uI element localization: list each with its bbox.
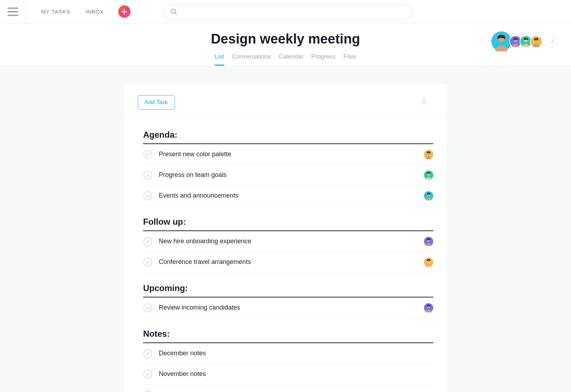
task-title: December notes [159, 350, 433, 357]
task-title: Present new color palette [159, 151, 424, 158]
section-title[interactable]: Follow up: [143, 206, 433, 231]
task-assignee-avatar[interactable] [424, 258, 433, 267]
task-assignee-avatar[interactable] [424, 303, 433, 312]
section: Follow up: New hire onboarding experienc… [123, 206, 448, 273]
task-assignee-avatar[interactable] [424, 191, 433, 200]
tab-files[interactable]: Files [343, 53, 356, 65]
person-icon [420, 98, 428, 106]
task-complete-button[interactable] [143, 258, 152, 267]
task-row[interactable]: October notes [143, 385, 433, 392]
project-title: Design weekly meeting [0, 24, 571, 47]
task-row[interactable]: Review incoming candidates [143, 297, 433, 318]
task-row[interactable]: December notes [143, 343, 433, 364]
task-title: Conference travel arrangements [159, 258, 424, 266]
task-title: Events and announcements [159, 192, 424, 199]
project-tabs: ListConversationsCalendarProgressFiles [0, 53, 571, 65]
check-circle-icon [143, 303, 152, 312]
task-row[interactable]: Present new color palette [143, 144, 433, 165]
task-title: New hire onboarding experience [159, 238, 424, 245]
task-row[interactable]: Conference travel arrangements [143, 252, 433, 273]
members-list [491, 31, 559, 51]
task-complete-button[interactable] [143, 303, 152, 312]
task-assignee-avatar[interactable] [424, 170, 433, 180]
task-assignee-avatar[interactable] [424, 237, 433, 246]
member-avatar[interactable] [491, 31, 511, 51]
svg-point-10 [423, 99, 425, 102]
assignee-filter-button[interactable] [420, 98, 428, 107]
tab-conversations[interactable]: Conversations [232, 53, 271, 65]
task-complete-button[interactable] [143, 349, 152, 358]
nav-inbox[interactable]: INBOX [85, 9, 104, 15]
plus-icon [550, 39, 555, 44]
tab-list[interactable]: List [215, 53, 224, 65]
search-input[interactable] [163, 4, 413, 19]
menu-button-wrap [0, 0, 26, 23]
panel-header: Add Task [123, 83, 448, 119]
svg-point-26 [144, 304, 152, 312]
section-title[interactable]: Agenda: [143, 119, 433, 144]
topbar: MY TASKS INBOX [0, 0, 571, 24]
svg-point-31 [144, 391, 152, 392]
check-circle-icon [143, 237, 152, 246]
svg-point-20 [144, 237, 152, 245]
task-row[interactable]: New hire onboarding experience [143, 231, 433, 252]
task-complete-button[interactable] [143, 150, 152, 159]
task-complete-button[interactable] [143, 170, 152, 180]
svg-point-29 [144, 349, 152, 357]
task-complete-button[interactable] [143, 390, 152, 392]
search-icon [170, 8, 177, 15]
section: Upcoming: Review incoming candidates [123, 273, 448, 318]
check-circle-icon [143, 170, 152, 180]
search-wrap [163, 4, 413, 19]
task-title: Progress on team goals [159, 171, 424, 179]
svg-line-1 [175, 13, 177, 15]
task-row[interactable]: Events and announcements [143, 185, 433, 206]
task-complete-button[interactable] [143, 237, 152, 246]
task-row[interactable]: Progress on team goals [143, 165, 433, 185]
section: Agenda: Present new color palette Progre… [123, 119, 448, 206]
tab-calendar[interactable]: Calendar [279, 53, 303, 65]
check-circle-icon [143, 390, 152, 392]
svg-point-0 [171, 9, 175, 13]
section-title[interactable]: Upcoming: [143, 273, 433, 297]
svg-point-30 [144, 370, 152, 378]
top-nav: MY TASKS INBOX [26, 9, 104, 15]
check-circle-icon [143, 191, 152, 200]
menu-button[interactable] [7, 7, 18, 16]
tab-progress[interactable]: Progress [311, 53, 335, 65]
task-complete-button[interactable] [143, 370, 152, 379]
task-title: November notes [159, 370, 433, 378]
plus-icon [121, 9, 127, 15]
quick-add-button[interactable] [118, 5, 131, 18]
check-circle-icon [143, 370, 152, 379]
task-panel: Add Task Agenda: Present new color palet… [123, 83, 448, 392]
check-circle-icon [143, 349, 152, 358]
body-area: Add Task Agenda: Present new color palet… [0, 66, 571, 392]
task-assignee-avatar[interactable] [424, 150, 433, 159]
svg-point-11 [144, 150, 152, 158]
task-complete-button[interactable] [143, 191, 152, 200]
check-circle-icon [143, 258, 152, 267]
check-circle-icon [143, 150, 152, 159]
section-title[interactable]: Notes: [143, 318, 433, 343]
project-header: Design weekly meeting ListConversationsC… [0, 24, 571, 66]
search-field[interactable] [181, 9, 405, 15]
svg-point-14 [144, 171, 152, 179]
nav-my-tasks[interactable]: MY TASKS [41, 9, 70, 15]
task-row[interactable]: November notes [143, 364, 433, 385]
task-title: Review incoming candidates [159, 304, 424, 311]
svg-point-23 [144, 258, 152, 266]
member-avatar[interactable] [530, 35, 542, 48]
add-task-button[interactable]: Add Task [138, 95, 175, 110]
add-member-button[interactable] [546, 35, 559, 48]
svg-point-17 [144, 192, 152, 200]
section: Notes: December notes November notes Oct… [123, 318, 448, 392]
